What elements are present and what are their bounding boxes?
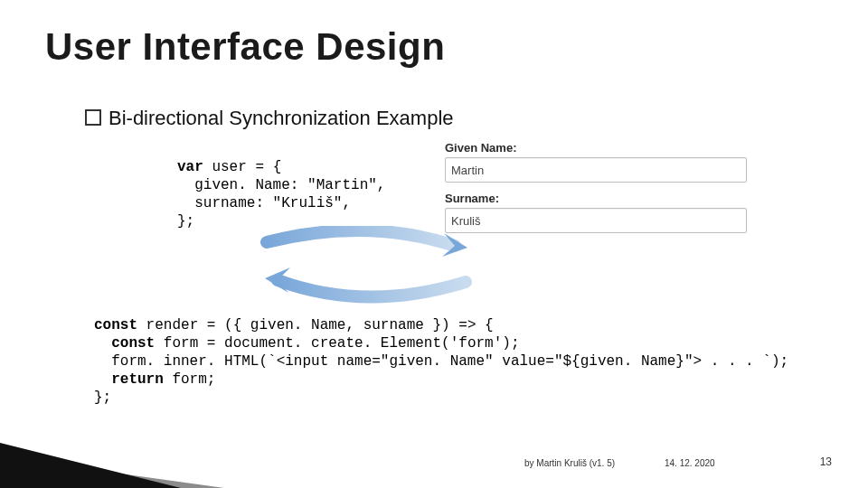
given-name-label: Given Name: (445, 141, 750, 155)
slide: User Interface Design Bi-directional Syn… (0, 0, 868, 488)
bullet-line: Bi-directional Synchronization Example (85, 107, 454, 130)
given-name-input[interactable] (445, 157, 747, 183)
kw-const-2: const (111, 335, 155, 352)
example-form: Given Name: Surname: (445, 141, 750, 233)
bullet-text: Bi-directional Synchronization Example (108, 107, 454, 129)
kw-const-1: const (94, 317, 137, 333)
footer-author: by Martin Kruliš (v1. 5) (524, 458, 615, 468)
footer-page-number: 13 (820, 455, 832, 468)
corner-wedge-icon (0, 434, 217, 488)
bidirectional-arrows-icon (240, 226, 493, 307)
code-block-user-object: var user = { given. Name: "Martin", surn… (177, 158, 385, 230)
footer-date: 14. 12. 2020 (665, 458, 715, 468)
code-block-render-fn: const render = ({ given. Name, surname }… (94, 316, 788, 407)
slide-title: User Interface Design (45, 25, 445, 69)
kw-return: return (111, 371, 164, 388)
surname-label: Surname: (445, 192, 750, 205)
kw-var: var (177, 159, 203, 175)
bullet-square-icon (85, 109, 101, 126)
